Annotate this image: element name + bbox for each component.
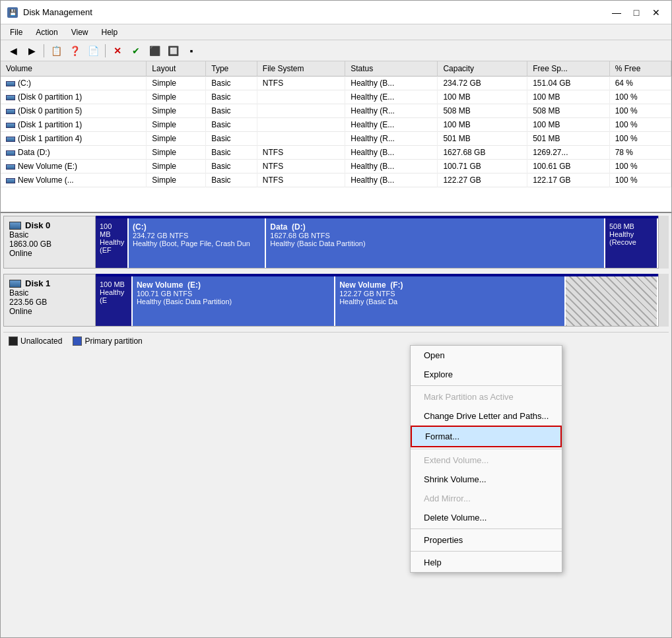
table-cell: NTFS [257,146,345,160]
ctx-explore[interactable]: Explore [411,365,562,384]
ctx-change-letter[interactable]: Change Drive Letter and Paths... [411,406,562,426]
table-cell: (Disk 1 partition 1) [1,118,147,132]
table-cell: 100 MB [527,90,610,104]
toolbar-check[interactable]: ✔ [127,43,145,59]
toolbar-separator-2 [105,44,106,57]
toolbar: ◀ ▶ 📋 ❓ 📄 ✕ ✔ ⬛ 🔲 ▪ [1,40,671,61]
table-row[interactable]: (C:)SimpleBasicNTFSHealthy (B...234.72 G… [1,77,671,90]
table-cell: Healthy (B... [345,174,438,187]
table-header-row: Volume Layout Type File System Status Ca… [1,61,671,77]
col-type[interactable]: Type [206,61,257,77]
disk-icon [6,109,15,114]
table-row[interactable]: New Volume (E:)SimpleBasicNTFSHealthy (B… [1,160,671,174]
app-icon: 💾 [7,7,18,18]
col-capacity[interactable]: Capacity [438,61,527,77]
table-cell: Simple [147,104,206,118]
col-layout[interactable]: Layout [147,61,206,77]
table-cell: Healthy (B... [345,77,438,90]
legend-primary-box [73,336,82,346]
ctx-sep-4 [411,551,562,552]
scrollbar-track[interactable] [658,216,669,269]
table-cell: 100 % [609,132,671,146]
col-freespace[interactable]: Free Sp... [527,61,610,77]
minimize-button[interactable]: — [608,4,625,21]
menu-help[interactable]: Help [96,26,123,38]
table-cell: 501 MB [438,132,527,146]
table-cell: NTFS [257,160,345,174]
table-cell: 100 % [609,90,671,104]
toolbar-new[interactable]: ⬛ [146,43,163,59]
scrollbar-track-2[interactable] [658,274,669,327]
table-cell: 1269.27... [527,146,610,160]
disk1-label: Disk 1 Basic 223.56 GB Online [3,274,96,327]
ctx-help[interactable]: Help [411,553,562,572]
disk1-row: Disk 1 Basic 223.56 GB Online 100 MB Hea… [3,274,669,327]
table-cell: Basic [206,146,257,160]
disk0-part3[interactable]: Data (D:) 1627.68 GB NTFS Healthy (Basic… [266,218,605,268]
close-button[interactable]: ✕ [648,4,665,21]
table-cell: Simple [147,174,206,187]
table-cell: Basic [206,174,257,187]
menu-file[interactable]: File [5,26,28,38]
ctx-open[interactable]: Open [411,346,562,365]
disk1-part4-unallocated[interactable] [566,276,658,326]
col-filesystem[interactable]: File System [257,61,345,77]
table-cell: 100 % [609,104,671,118]
legend-unallocated: Unallocated [9,336,62,346]
toolbar-properties[interactable]: 📋 [48,43,65,59]
disk1-name: Disk 1 [25,278,50,288]
table-cell: New Volume (... [1,174,147,187]
table-cell: Simple [147,146,206,160]
disk0-type: Basic [9,230,90,239]
toolbar-doc[interactable]: 📄 [84,43,102,59]
disk-icon [6,150,15,156]
toolbar-extra[interactable]: ▪ [183,43,200,59]
table-cell: 122.27 GB [438,174,527,187]
menu-action[interactable]: Action [30,26,63,38]
disk1-part1[interactable]: 100 MB Healthy (E [96,276,133,326]
toolbar-forward[interactable]: ▶ [23,43,40,59]
disk0-part1[interactable]: 100 MB Healthy (EF [96,218,129,268]
toolbar-delete[interactable]: ✕ [109,43,126,59]
col-percentfree[interactable]: % Free [609,61,671,77]
ctx-format[interactable]: Format... [411,426,562,447]
disk0-part2[interactable]: (C:) 234.72 GB NTFS Healthy (Boot, Page … [129,218,266,268]
table-cell: Basic [206,77,257,90]
ctx-extend: Extend Volume... [411,451,562,470]
table-cell: 100.61 GB [527,160,610,174]
col-volume[interactable]: Volume [1,61,147,77]
disk0-name: Disk 0 [25,220,50,230]
ctx-shrink[interactable]: Shrink Volume... [411,470,562,489]
legend-primary-label: Primary partition [84,336,142,346]
table-row[interactable]: (Disk 1 partition 4)SimpleBasicHealthy (… [1,132,671,146]
disk1-part2[interactable]: New Volume (E:) 100.71 GB NTFS Healthy (… [133,276,335,326]
table-cell: Simple [147,132,206,146]
disk-icon [6,81,15,86]
disk0-part4[interactable]: 508 MB Healthy (Recove [605,218,658,268]
context-menu: Open Explore Mark Partition as Active Ch… [410,345,562,573]
toolbar-connect[interactable]: 🔲 [164,43,182,59]
ctx-delete[interactable]: Delete Volume... [411,508,562,527]
table-cell: 234.72 GB [438,77,527,90]
table-cell: 1627.68 GB [438,146,527,160]
table-row[interactable]: (Disk 0 partition 5)SimpleBasicHealthy (… [1,104,671,118]
disk-icon [6,123,15,128]
toolbar-back[interactable]: ◀ [5,43,22,59]
table-cell [257,132,345,146]
volumes-table: Volume Layout Type File System Status Ca… [1,61,671,187]
maximize-button[interactable]: □ [628,4,645,21]
menu-view[interactable]: View [66,26,94,38]
ctx-properties[interactable]: Properties [411,530,562,550]
disk-icon [6,178,15,183]
col-status[interactable]: Status [345,61,438,77]
table-row[interactable]: (Disk 0 partition 1)SimpleBasicHealthy (… [1,90,671,104]
table-cell: 508 MB [527,104,610,118]
table-row[interactable]: (Disk 1 partition 1)SimpleBasicHealthy (… [1,118,671,132]
table-cell [257,90,345,104]
disk1-part3[interactable]: New Volume (F:) 122.27 GB NTFS Healthy (… [335,276,566,326]
toolbar-help[interactable]: ❓ [66,43,83,59]
table-cell: 78 % [609,146,671,160]
legend-primary: Primary partition [73,336,142,346]
table-row[interactable]: New Volume (...SimpleBasicNTFSHealthy (B… [1,174,671,187]
table-row[interactable]: Data (D:)SimpleBasicNTFSHealthy (B...162… [1,146,671,160]
